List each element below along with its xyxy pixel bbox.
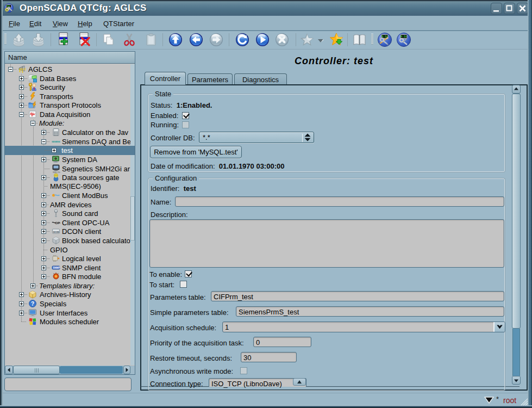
svg-text:OPC: OPC bbox=[55, 221, 61, 225]
svg-text:?: ? bbox=[31, 301, 34, 307]
svg-text:M.SV: M.SV bbox=[401, 35, 407, 38]
svg-text:DCON: DCON bbox=[53, 231, 59, 233]
svg-text:SNMP: SNMP bbox=[53, 267, 60, 269]
svg-text:SIEMENS: SIEMENS bbox=[52, 140, 60, 143]
